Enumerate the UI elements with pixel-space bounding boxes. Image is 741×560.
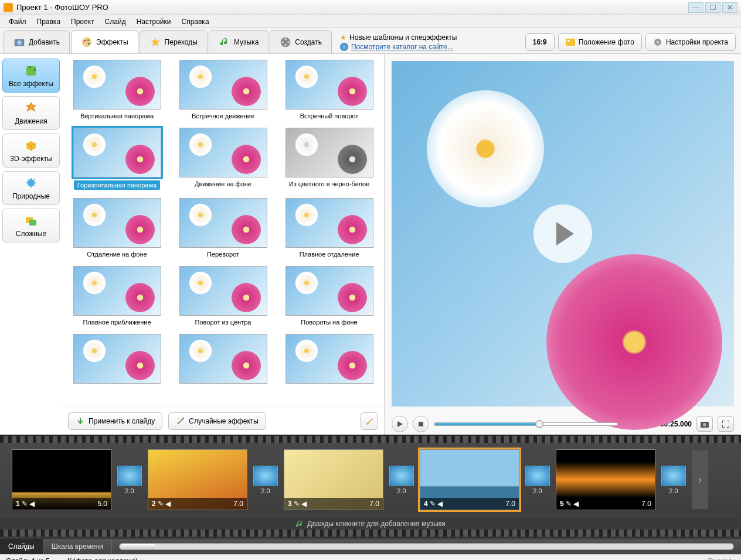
maximize-button[interactable]: ☐ (705, 2, 720, 13)
timeline-scrollbar[interactable] (119, 543, 734, 550)
tab-timeline[interactable]: Шкала времени (43, 539, 112, 554)
transition-2[interactable]: 2.0 (253, 466, 278, 494)
fullscreen-icon (722, 421, 729, 428)
effect-item-5[interactable]: Из цветного в черно-белое (279, 128, 379, 190)
tab-music[interactable]: Музыка (209, 30, 268, 53)
effect-item-2[interactable]: Встречный поворот (279, 60, 379, 119)
effect-item-0[interactable]: Вертикальная панорама (67, 60, 167, 119)
category-icon (24, 101, 38, 115)
tab-effects[interactable]: Эффекты (71, 30, 138, 53)
menu-settings[interactable]: Настройки (131, 18, 176, 26)
seek-knob[interactable] (535, 420, 543, 428)
photo-position-button[interactable]: Положение фото (558, 33, 642, 51)
category-3[interactable]: Природные (2, 171, 60, 205)
effect-item-3[interactable]: Горизонтальная панорама (67, 128, 167, 190)
transition-thumb (525, 466, 550, 486)
effect-item-8[interactable]: Плавное отдаление (279, 198, 379, 258)
slide-5[interactable]: 5 ✎ ◀7.0 (556, 449, 655, 510)
effect-thumb (179, 334, 267, 384)
play-button[interactable] (392, 416, 408, 432)
effect-item-6[interactable]: Отдаление на фоне (67, 198, 167, 258)
preview-area[interactable] (392, 61, 734, 407)
status-slide: Слайд: 4 из 5 (6, 557, 50, 561)
tab-transitions[interactable]: Переходы (140, 30, 208, 53)
star-icon: ★ (340, 33, 346, 42)
effect-item-13[interactable] (173, 334, 273, 387)
transition-5[interactable]: 2.0 (661, 466, 686, 494)
brush-button[interactable] (361, 412, 378, 430)
slide-2[interactable]: 2 ✎ ◀7.0 (148, 449, 247, 510)
tab-create[interactable]: Создать (270, 30, 332, 53)
effect-thumb (285, 128, 373, 177)
effect-item-7[interactable]: Переворот (173, 198, 273, 258)
menubar: Файл Правка Проект Слайд Настройки Справ… (0, 15, 741, 28)
scrollbar-thumb[interactable] (121, 544, 156, 549)
effect-item-12[interactable] (67, 334, 167, 387)
wand-icon (176, 416, 185, 426)
slide-1[interactable]: 1 ✎ ◀5.0 (12, 449, 111, 510)
stop-button[interactable] (413, 416, 429, 432)
effect-item-10[interactable]: Поворот из центра (173, 266, 273, 326)
aspect-button[interactable]: 16:9 (525, 33, 555, 51)
svg-point-9 (285, 44, 287, 46)
category-0[interactable]: Все эффекты (2, 59, 60, 93)
effects-grid-wrap[interactable]: Вертикальная панорамаВстречное движениеВ… (62, 54, 384, 435)
effect-item-9[interactable]: Плавное приближение (67, 266, 167, 326)
toolbar-row: Добавить Эффекты Переходы Музыка Создать… (0, 28, 741, 54)
effect-item-11[interactable]: Повороты на фоне (279, 266, 379, 326)
palette-icon (81, 36, 93, 48)
tab-add[interactable]: Добавить (4, 30, 70, 53)
svg-point-7 (285, 38, 287, 40)
tab-slides[interactable]: Слайды (0, 539, 43, 554)
effect-label: Встречное движение (192, 112, 254, 119)
effect-thumb (179, 128, 267, 177)
category-2[interactable]: 3D-эффекты (2, 134, 60, 168)
play-icon (556, 222, 574, 245)
preview-play-overlay[interactable] (533, 204, 592, 263)
close-button[interactable]: ✕ (722, 2, 737, 13)
svg-point-3 (84, 40, 86, 42)
next-slide-button[interactable]: › (692, 450, 708, 509)
slide-3[interactable]: 3 ✎ ◀7.0 (284, 449, 383, 510)
snapshot-button[interactable] (696, 416, 713, 432)
menu-project[interactable]: Проект (66, 18, 100, 26)
effect-thumb (73, 198, 161, 248)
effect-thumb (285, 60, 373, 110)
effect-item-1[interactable]: Встречное движение (173, 60, 273, 119)
effects-panel: Все эффектыДвижения3D-эффектыПриродныеСл… (0, 54, 385, 435)
category-1[interactable]: Движения (2, 96, 60, 130)
preview-panel: 00:15.000 / 00:25.000 (385, 54, 741, 435)
effect-label: Горизонтальная панорама (74, 180, 160, 190)
category-icon (24, 139, 38, 153)
promo-link[interactable]: Посмотрите каталог на сайте... (351, 43, 453, 51)
slide-4[interactable]: 4 ✎ ◀7.0 (420, 449, 519, 510)
transition-1[interactable]: 2.0 (117, 466, 142, 494)
random-effects-button[interactable]: Случайные эффекты (168, 412, 266, 430)
preview-flower-pink (546, 254, 722, 430)
menu-file[interactable]: Файл (4, 18, 32, 26)
menu-help[interactable]: Справка (176, 18, 214, 26)
transition-3[interactable]: 2.0 (389, 466, 414, 494)
effect-label: Из цветного в черно-белое (289, 180, 369, 187)
brush-icon (365, 416, 374, 426)
seek-track[interactable] (434, 422, 618, 426)
music-track[interactable]: Дважды кликните для добавления музыки (0, 517, 741, 530)
minimize-button[interactable]: — (688, 2, 703, 13)
project-settings-button[interactable]: Настройки проекта (645, 33, 736, 51)
category-4[interactable]: Сложные (2, 209, 60, 243)
slide-bar: 5 ✎ ◀7.0 (556, 498, 655, 510)
fullscreen-button[interactable] (718, 416, 734, 432)
svg-point-1 (17, 40, 22, 45)
svg-rect-19 (419, 422, 423, 426)
effect-label: Движение на фоне (195, 180, 251, 187)
timeline: 1 ✎ ◀5.02.02 ✎ ◀7.02.03 ✎ ◀7.02.04 ✎ ◀7.… (0, 435, 741, 539)
effect-item-4[interactable]: Движение на фоне (173, 128, 273, 190)
transition-thumb (117, 466, 142, 486)
bottom-tabs: Слайды Шкала времени (0, 539, 741, 554)
apply-to-slide-button[interactable]: Применить к слайду (68, 412, 162, 430)
effect-label: Переворот (207, 251, 239, 258)
effect-item-14[interactable] (279, 334, 379, 387)
transition-4[interactable]: 2.0 (525, 466, 550, 494)
menu-edit[interactable]: Правка (32, 18, 66, 26)
menu-slide[interactable]: Слайд (100, 18, 131, 26)
